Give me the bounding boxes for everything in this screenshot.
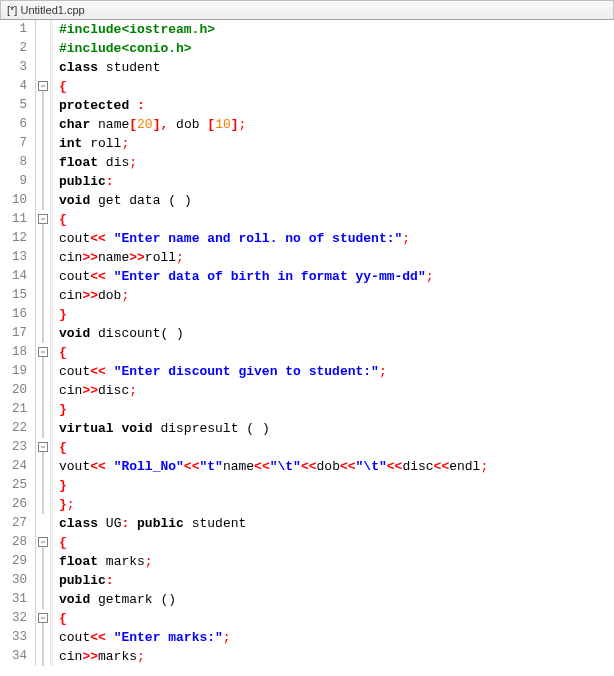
code-line[interactable]: 16} bbox=[0, 305, 614, 324]
code-line[interactable]: 8float dis; bbox=[0, 153, 614, 172]
code-line[interactable]: 34cin>>marks; bbox=[0, 647, 614, 666]
line-number: 4 bbox=[0, 77, 36, 96]
code-text[interactable]: cin>>disc; bbox=[53, 381, 614, 400]
code-line[interactable]: 17void discount( ) bbox=[0, 324, 614, 343]
code-line[interactable]: 33cout<< "Enter marks:"; bbox=[0, 628, 614, 647]
line-number: 29 bbox=[0, 552, 36, 571]
code-text[interactable]: public: bbox=[53, 571, 614, 590]
code-text[interactable]: cin>>name>>roll; bbox=[53, 248, 614, 267]
fold-gutter[interactable] bbox=[36, 77, 51, 96]
fold-gutter[interactable] bbox=[36, 210, 51, 229]
code-line[interactable]: 10void get data ( ) bbox=[0, 191, 614, 210]
fold-gutter[interactable] bbox=[36, 533, 51, 552]
fold-gutter[interactable] bbox=[36, 343, 51, 362]
line-number: 7 bbox=[0, 134, 36, 153]
line-number: 26 bbox=[0, 495, 36, 514]
code-text[interactable]: void get data ( ) bbox=[53, 191, 614, 210]
file-tab[interactable]: [*] Untitled1.cpp bbox=[0, 0, 614, 20]
fold-gutter bbox=[36, 134, 51, 153]
line-number: 33 bbox=[0, 628, 36, 647]
code-editor[interactable]: 1#include<iostream.h>2#include<conio.h>3… bbox=[0, 20, 614, 666]
code-text[interactable]: } bbox=[53, 476, 614, 495]
code-text[interactable]: public: bbox=[53, 172, 614, 191]
code-text[interactable]: { bbox=[53, 77, 614, 96]
line-number: 19 bbox=[0, 362, 36, 381]
code-text[interactable]: vout<< "Roll_No"<<"t"name<<"\t"<<dob<<"\… bbox=[53, 457, 614, 476]
code-line[interactable]: 20cin>>disc; bbox=[0, 381, 614, 400]
code-line[interactable]: 26}; bbox=[0, 495, 614, 514]
code-text[interactable]: cout<< "Enter discount given to student:… bbox=[53, 362, 614, 381]
fold-gutter[interactable] bbox=[36, 609, 51, 628]
code-line[interactable]: 31void getmark () bbox=[0, 590, 614, 609]
fold-gutter bbox=[36, 96, 51, 115]
line-number: 3 bbox=[0, 58, 36, 77]
code-line[interactable]: 30public: bbox=[0, 571, 614, 590]
code-line[interactable]: 27class UG: public student bbox=[0, 514, 614, 533]
code-line[interactable]: 12cout<< "Enter name and roll. no of stu… bbox=[0, 229, 614, 248]
fold-gutter bbox=[36, 457, 51, 476]
code-text[interactable]: class UG: public student bbox=[53, 514, 614, 533]
code-text[interactable]: cout<< "Enter name and roll. no of stude… bbox=[53, 229, 614, 248]
code-text[interactable]: float dis; bbox=[53, 153, 614, 172]
code-text[interactable]: class student bbox=[53, 58, 614, 77]
fold-gutter bbox=[36, 381, 51, 400]
fold-gutter bbox=[36, 58, 51, 77]
code-line[interactable]: 21} bbox=[0, 400, 614, 419]
code-line[interactable]: 3class student bbox=[0, 58, 614, 77]
code-line[interactable]: 18{ bbox=[0, 343, 614, 362]
code-line[interactable]: 4{ bbox=[0, 77, 614, 96]
code-line[interactable]: 14cout<< "Enter data of birth in format … bbox=[0, 267, 614, 286]
code-line[interactable]: 13cin>>name>>roll; bbox=[0, 248, 614, 267]
code-line[interactable]: 25} bbox=[0, 476, 614, 495]
code-line[interactable]: 11{ bbox=[0, 210, 614, 229]
code-text[interactable]: { bbox=[53, 210, 614, 229]
code-text[interactable]: void discount( ) bbox=[53, 324, 614, 343]
code-line[interactable]: 32{ bbox=[0, 609, 614, 628]
fold-gutter bbox=[36, 267, 51, 286]
code-text[interactable]: { bbox=[53, 438, 614, 457]
code-text[interactable]: { bbox=[53, 609, 614, 628]
fold-toggle-icon[interactable] bbox=[38, 81, 48, 91]
code-text[interactable]: cin>>dob; bbox=[53, 286, 614, 305]
line-number: 30 bbox=[0, 571, 36, 590]
code-line[interactable]: 23{ bbox=[0, 438, 614, 457]
code-text[interactable]: } bbox=[53, 400, 614, 419]
code-text[interactable]: char name[20], dob [10]; bbox=[53, 115, 614, 134]
fold-gutter bbox=[36, 286, 51, 305]
code-text[interactable]: float marks; bbox=[53, 552, 614, 571]
code-line[interactable]: 7int roll; bbox=[0, 134, 614, 153]
line-number: 12 bbox=[0, 229, 36, 248]
code-text[interactable]: void getmark () bbox=[53, 590, 614, 609]
line-number: 32 bbox=[0, 609, 36, 628]
fold-toggle-icon[interactable] bbox=[38, 442, 48, 452]
code-text[interactable]: cin>>marks; bbox=[53, 647, 614, 666]
code-line[interactable]: 22virtual void dispresult ( ) bbox=[0, 419, 614, 438]
code-line[interactable]: 29float marks; bbox=[0, 552, 614, 571]
fold-gutter bbox=[36, 191, 51, 210]
code-line[interactable]: 24vout<< "Roll_No"<<"t"name<<"\t"<<dob<<… bbox=[0, 457, 614, 476]
fold-toggle-icon[interactable] bbox=[38, 537, 48, 547]
code-line[interactable]: 5protected : bbox=[0, 96, 614, 115]
code-line[interactable]: 6char name[20], dob [10]; bbox=[0, 115, 614, 134]
code-text[interactable]: { bbox=[53, 533, 614, 552]
code-line[interactable]: 9public: bbox=[0, 172, 614, 191]
code-text[interactable]: #include<iostream.h> bbox=[53, 20, 614, 39]
code-line[interactable]: 19cout<< "Enter discount given to studen… bbox=[0, 362, 614, 381]
fold-toggle-icon[interactable] bbox=[38, 613, 48, 623]
code-line[interactable]: 28{ bbox=[0, 533, 614, 552]
fold-toggle-icon[interactable] bbox=[38, 347, 48, 357]
fold-gutter[interactable] bbox=[36, 438, 51, 457]
code-text[interactable]: cout<< "Enter data of birth in format yy… bbox=[53, 267, 614, 286]
code-text[interactable]: virtual void dispresult ( ) bbox=[53, 419, 614, 438]
code-text[interactable]: cout<< "Enter marks:"; bbox=[53, 628, 614, 647]
code-line[interactable]: 2#include<conio.h> bbox=[0, 39, 614, 58]
code-text[interactable]: #include<conio.h> bbox=[53, 39, 614, 58]
code-text[interactable]: }; bbox=[53, 495, 614, 514]
code-line[interactable]: 15cin>>dob; bbox=[0, 286, 614, 305]
code-line[interactable]: 1#include<iostream.h> bbox=[0, 20, 614, 39]
fold-toggle-icon[interactable] bbox=[38, 214, 48, 224]
code-text[interactable]: } bbox=[53, 305, 614, 324]
code-text[interactable]: { bbox=[53, 343, 614, 362]
code-text[interactable]: protected : bbox=[53, 96, 614, 115]
code-text[interactable]: int roll; bbox=[53, 134, 614, 153]
